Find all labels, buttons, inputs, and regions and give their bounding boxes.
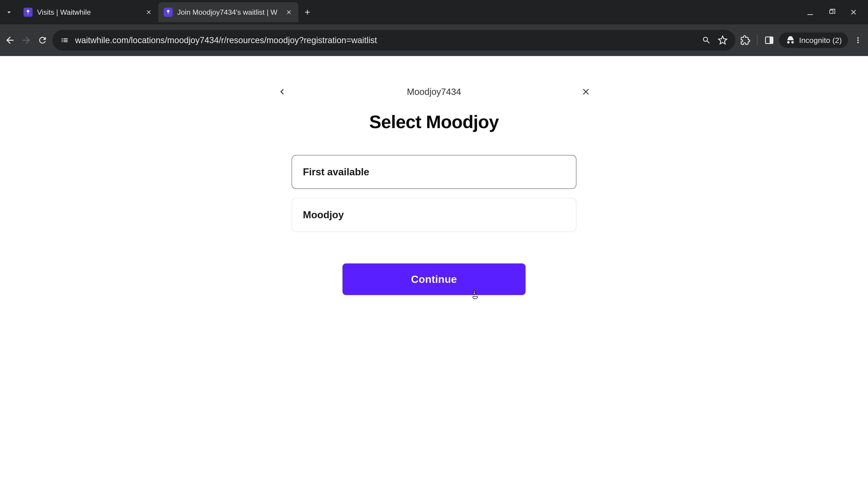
- extensions-icon[interactable]: [739, 34, 752, 46]
- tab-title: Join Moodjoy7434's waitlist | W: [177, 8, 280, 17]
- tab-favicon-icon: [164, 8, 173, 17]
- close-icon[interactable]: [285, 8, 293, 16]
- tab-title: Visits | Waitwhile: [37, 8, 140, 17]
- close-icon[interactable]: [580, 86, 592, 98]
- modal-header: Moodjoy7434: [276, 86, 592, 98]
- svg-rect-1: [770, 37, 773, 43]
- tab-visits[interactable]: Visits | Waitwhile: [18, 2, 158, 22]
- tabs-dropdown-icon[interactable]: [4, 7, 14, 18]
- tab-favicon-icon: [24, 8, 33, 17]
- breadcrumb-title: Moodjoy7434: [407, 87, 461, 97]
- minimize-icon[interactable]: [805, 7, 815, 18]
- address-bar-row: waitwhile.com/locations/moodjoy7434/r/re…: [0, 24, 868, 56]
- toolbar-divider: [757, 35, 757, 46]
- continue-button[interactable]: Continue: [342, 263, 526, 295]
- site-settings-icon[interactable]: [60, 35, 70, 45]
- option-label: First available: [303, 166, 369, 177]
- option-first-available[interactable]: First available: [291, 155, 577, 189]
- page-title: Select Moodjoy: [369, 111, 499, 132]
- tab-join-waitlist[interactable]: Join Moodjoy7434's waitlist | W: [158, 2, 298, 22]
- incognito-badge[interactable]: Incognito (2): [779, 33, 848, 48]
- incognito-label: Incognito (2): [799, 36, 842, 45]
- bookmark-icon[interactable]: [717, 35, 728, 46]
- page-content: Moodjoy7434 Select Moodjoy First availab…: [0, 56, 868, 488]
- address-bar[interactable]: waitwhile.com/locations/moodjoy7434/r/re…: [53, 30, 735, 51]
- forward-button[interactable]: [20, 34, 33, 46]
- zoom-icon[interactable]: [701, 35, 712, 46]
- url-text: waitwhile.com/locations/moodjoy7434/r/re…: [75, 35, 695, 45]
- reload-button[interactable]: [36, 34, 49, 46]
- option-label: Moodjoy: [303, 209, 344, 220]
- close-window-icon[interactable]: [848, 7, 859, 18]
- back-button[interactable]: [4, 34, 16, 46]
- new-tab-button[interactable]: [302, 7, 313, 18]
- browser-chrome: Visits | Waitwhile Join Moodjoy7434's wa…: [0, 0, 868, 56]
- maximize-icon[interactable]: [827, 7, 837, 18]
- window-controls: [805, 7, 864, 18]
- tab-bar: Visits | Waitwhile Join Moodjoy7434's wa…: [0, 0, 868, 24]
- chevron-left-icon[interactable]: [276, 86, 288, 98]
- toolbar-right: Incognito (2): [739, 33, 864, 48]
- options-list: First available Moodjoy: [291, 155, 577, 232]
- close-icon[interactable]: [145, 8, 153, 16]
- option-moodjoy[interactable]: Moodjoy: [291, 198, 577, 232]
- side-panel-icon[interactable]: [763, 34, 776, 46]
- menu-icon[interactable]: [852, 34, 864, 46]
